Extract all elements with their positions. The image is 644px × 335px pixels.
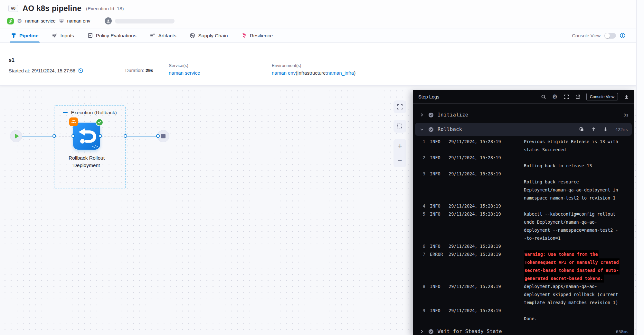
page-header: v0 AO k8s pipeline (Execution Id: 18) ⚙ … — [0, 0, 636, 28]
console-view-toggle[interactable] — [604, 33, 616, 39]
duration-value: 29s — [146, 68, 153, 73]
copy-icon[interactable] — [579, 127, 584, 132]
log-line-number: 5 — [413, 210, 425, 242]
connector-dot — [156, 134, 160, 138]
resilience-icon — [242, 33, 247, 38]
play-icon — [15, 134, 19, 139]
environments-label: Environment(s) — [272, 63, 355, 68]
step-logs-header-icons: ⚙ Console View — [541, 93, 629, 100]
log-line-number: 8 — [413, 283, 425, 307]
log-row-6: 6INFO29/11/2024, 15:28:19 — [413, 242, 630, 250]
log-level: INFO — [430, 210, 445, 242]
version-badge[interactable]: v0 — [8, 5, 18, 12]
environment-link[interactable]: naman env — [272, 70, 296, 76]
infrastructure-link[interactable]: naman_infra — [327, 70, 354, 76]
log-row-4: 4INFO29/11/2024, 15:28:19 — [413, 202, 630, 210]
log-level: ERROR — [430, 250, 445, 283]
expand-icon[interactable] — [564, 94, 569, 99]
log-row-7: 7ERROR29/11/2024, 15:28:19Warning: Use t… — [413, 250, 630, 283]
log-line-number: 6 — [413, 242, 425, 250]
execution-group-label: Execution (Rollback) — [71, 110, 117, 116]
log-timestamp: 29/11/2024, 15:28:19 — [449, 170, 501, 202]
pipeline-icon — [11, 33, 16, 38]
tab-label: Resilience — [250, 33, 273, 39]
log-line-number: 9 — [413, 307, 425, 323]
environment-name[interactable]: naman env — [67, 18, 90, 23]
log-row-8: 8INFO29/11/2024, 15:28:19deployment.apps… — [413, 283, 630, 307]
connector-dot — [124, 134, 127, 138]
pipeline-meta-row: ⚙ naman service naman env — [0, 13, 636, 26]
arrow-up-icon[interactable] — [592, 127, 596, 132]
tab-label: Inputs — [60, 33, 74, 39]
step-logs-body: Initialize 3s Rollback 4 — [413, 104, 634, 335]
tab-resilience[interactable]: Resilience — [242, 29, 273, 42]
log-section-initialize[interactable]: Initialize 3s — [413, 109, 634, 121]
log-timestamp: 29/11/2024, 15:28:19 — [449, 307, 501, 323]
chevron-right-icon[interactable] — [418, 113, 426, 116]
log-line-number: 1 — [413, 138, 425, 154]
log-message: Warning: Use tokens from theTokenRequest… — [524, 250, 620, 283]
log-level: INFO — [430, 283, 445, 307]
artifacts-icon — [150, 33, 155, 38]
stage-started-at: Started at: 29/11/2024, 15:27:56 — [9, 68, 83, 73]
rollout-deployment-badge-icon — [69, 117, 78, 126]
success-status-icon — [426, 329, 436, 334]
log-level: INFO — [430, 138, 445, 154]
log-line-number: 7 — [413, 250, 425, 283]
log-message: Rolling back to release 13 — [524, 154, 592, 170]
chevron-right-icon[interactable] — [418, 330, 426, 333]
service-name[interactable]: naman service — [25, 18, 55, 23]
open-in-new-icon[interactable] — [575, 94, 580, 99]
log-message: Done. — [524, 307, 537, 323]
code-glyph: </> — [92, 145, 98, 148]
tab-label: Artifacts — [158, 33, 176, 39]
execution-group-label-row: Execution (Rollback) — [54, 110, 126, 116]
tab-artifacts[interactable]: Artifacts — [150, 29, 176, 42]
collapse-minus-icon[interactable] — [63, 112, 68, 113]
tab-pipeline[interactable]: Pipeline — [11, 29, 38, 42]
download-icon[interactable] — [624, 94, 629, 99]
zoom-controls: + − — [393, 139, 406, 167]
console-view-button[interactable]: Console View — [586, 93, 618, 100]
log-section-rollback[interactable]: Rollback 422ms — [415, 123, 632, 136]
page-scrollbar-gutter[interactable] — [636, 0, 644, 335]
log-section-wait-for-steady-state[interactable]: Wait for Steady State 658ms — [413, 325, 634, 335]
log-lines[interactable]: 1INFO29/11/2024, 15:28:19Previous eligib… — [413, 136, 634, 325]
log-line-number: 4 — [413, 202, 425, 210]
service-link[interactable]: naman service — [169, 70, 200, 76]
log-level: INFO — [430, 242, 445, 250]
stop-icon — [161, 134, 166, 138]
marquee-select-icon[interactable] — [393, 120, 406, 133]
log-level: INFO — [430, 202, 445, 210]
redacted-user-info — [115, 19, 175, 23]
log-row-3: 3INFO29/11/2024, 15:28:19Rolling back re… — [413, 170, 630, 202]
fullscreen-icon[interactable] — [393, 100, 406, 113]
tab-policy-evaluations[interactable]: Policy Evaluations — [88, 29, 137, 42]
divider — [161, 49, 161, 80]
connector-dot — [52, 134, 56, 138]
rollback-step-node[interactable]: </> — [73, 123, 100, 150]
chevron-down-icon[interactable] — [418, 128, 426, 131]
log-level: INFO — [430, 307, 445, 323]
success-status-icon — [426, 112, 436, 118]
step-logs-header: Step Logs ⚙ Console View — [413, 90, 634, 104]
section-duration: 658ms — [616, 329, 629, 334]
zoom-out-icon[interactable]: − — [398, 157, 402, 164]
started-at-text: Started at: 29/11/2024, 15:27:56 — [9, 68, 75, 73]
console-view-label: Console View — [572, 33, 601, 38]
toggle-knob — [605, 33, 610, 38]
info-icon[interactable] — [620, 33, 625, 38]
services-label: Service(s) — [169, 63, 200, 68]
services-column: Service(s) naman service — [169, 63, 200, 76]
stage-duration: Duration: 29s — [125, 68, 153, 73]
log-line-number: 3 — [413, 170, 425, 202]
arrow-down-icon[interactable] — [603, 127, 608, 132]
search-icon[interactable] — [541, 94, 546, 99]
success-status-icon — [426, 127, 436, 132]
settings-gear-icon[interactable]: ⚙ — [552, 94, 558, 100]
tab-supply-chain[interactable]: Supply Chain — [190, 29, 228, 42]
stage-name[interactable]: s1 — [9, 57, 14, 63]
tab-inputs[interactable]: Inputs — [52, 29, 74, 42]
execution-history-icon[interactable] — [78, 68, 83, 73]
zoom-in-icon[interactable]: + — [398, 143, 402, 150]
